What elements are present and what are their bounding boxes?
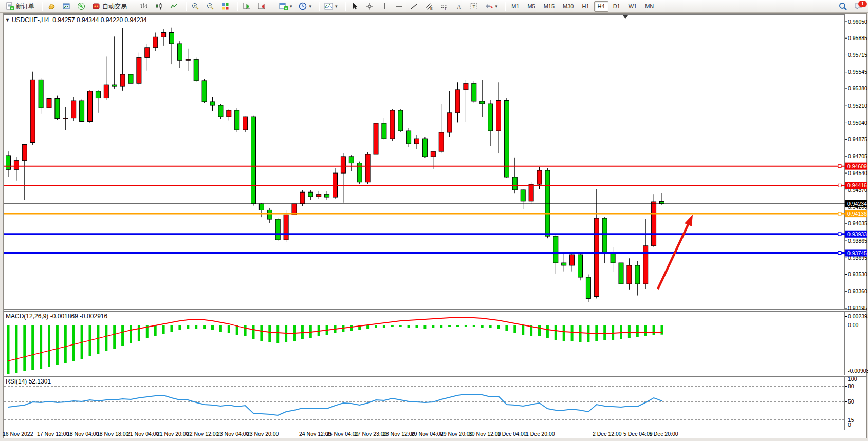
timeframe-m30[interactable]: M30 (559, 1, 577, 12)
macd-histogram-bar (154, 325, 157, 336)
candle-body (6, 156, 11, 169)
auto-scroll-button[interactable] (240, 1, 254, 12)
toolbar-separator (234, 2, 238, 11)
zoom-out-button[interactable] (204, 1, 217, 12)
search-icon (838, 4, 848, 12)
macd-histogram-bar (268, 325, 271, 342)
dropdown-arrow-icon[interactable]: ▾ (309, 4, 312, 9)
dropdown-arrow-icon[interactable]: ▾ (495, 4, 498, 9)
timeframe-m1[interactable]: M1 (508, 1, 523, 12)
timeframe-d1[interactable]: D1 (610, 1, 624, 12)
macd-histogram-bar (579, 325, 582, 342)
periods-button[interactable]: ▾ (296, 1, 315, 12)
candle-body (275, 219, 280, 240)
line-chart-button[interactable] (167, 1, 181, 12)
macd-histogram-bar (620, 325, 622, 339)
macd-histogram-bar (228, 325, 230, 333)
shapes-button[interactable]: ▾ (482, 1, 501, 12)
shapes-icon (485, 2, 493, 10)
macd-axis-label: -0.009037 (848, 368, 868, 374)
text-label-button[interactable]: T (467, 1, 481, 12)
time-axis-label: 22 Nov 12:00 (187, 431, 219, 437)
channel-button[interactable]: E (422, 1, 436, 12)
candle-body (39, 80, 43, 108)
cursor-button[interactable] (348, 1, 362, 12)
time-axis-label: 18 Nov 18:00 (97, 431, 129, 437)
notification-badge: 1 (858, 1, 867, 7)
fibonacci-button[interactable]: F (437, 1, 451, 12)
candle-body (480, 101, 485, 104)
search-button[interactable] (838, 2, 849, 12)
autotrade-button[interactable]: 自动交易 (89, 1, 130, 12)
symbol-dropdown-icon[interactable]: ▼ (5, 17, 10, 23)
timeframe-mn[interactable]: MN (641, 1, 657, 12)
candle-body (537, 170, 542, 184)
crosshair-button[interactable] (363, 1, 377, 12)
candle-body (464, 83, 468, 90)
time-axis-label: 29 Nov 04:00 (411, 431, 444, 437)
candle (218, 104, 223, 119)
macd-histogram-bar (64, 325, 67, 363)
level-end-handle[interactable] (838, 233, 841, 236)
new-order-button[interactable]: 新订单 (3, 1, 37, 12)
text-button[interactable]: A (452, 1, 466, 12)
candle-chart-button[interactable] (152, 1, 166, 12)
timeframe-h4[interactable]: H4 (594, 1, 608, 12)
price-badge-label: 0.94416 (847, 182, 867, 188)
candle (365, 152, 370, 184)
rsi-value: 52.1301 (29, 378, 51, 385)
candle (194, 57, 198, 82)
candle (251, 116, 256, 206)
candle-body (545, 170, 550, 236)
candle (578, 253, 583, 281)
toolbar-separator (39, 2, 43, 11)
indicators-button[interactable]: ▾ (322, 1, 340, 12)
candle (545, 168, 550, 238)
candle (80, 99, 84, 122)
vertical-line-button[interactable] (378, 1, 392, 12)
gold-icon (47, 2, 56, 10)
candle-body (14, 161, 19, 170)
timeframe-h1[interactable]: H1 (579, 1, 593, 12)
price-axis-label: 0.95885 (848, 35, 867, 41)
chart-shift-button[interactable] (255, 1, 269, 12)
candle-body (422, 139, 427, 157)
text-label-icon: T (470, 2, 478, 10)
timeframe-m5[interactable]: M5 (524, 1, 539, 12)
zoom-in-button[interactable] (189, 1, 202, 12)
vline-icon (380, 2, 389, 10)
candle (422, 137, 427, 158)
bar-chart-button[interactable] (137, 1, 151, 12)
signals-button[interactable] (75, 1, 88, 12)
trendline-button[interactable] (408, 1, 421, 12)
timeframe-w1[interactable]: W1 (625, 1, 641, 12)
candle-body (325, 194, 329, 197)
candle (88, 90, 93, 123)
toolbar-separator (132, 2, 135, 11)
market-window-button[interactable] (60, 1, 73, 12)
level-end-handle[interactable] (838, 212, 841, 215)
horizontal-line-button[interactable] (393, 1, 407, 12)
candle (357, 162, 362, 184)
autotrade-icon (92, 2, 101, 10)
macd-histogram-bar (23, 325, 26, 371)
level-end-handle[interactable] (838, 165, 841, 168)
timeframe-m15[interactable]: M15 (540, 1, 558, 12)
rsi-name: RSI(14) (6, 378, 27, 385)
toolbar-separator (502, 2, 506, 11)
symbol-title: USDCHF-,H4 (12, 16, 49, 24)
dropdown-arrow-icon[interactable]: ▾ (335, 4, 338, 9)
bars-icon (140, 2, 149, 10)
chart-symbol-label[interactable]: ▼USDCHF-,H4 0.94257 0.94344 0.94220 0.94… (5, 16, 147, 24)
chat-button[interactable]: 1 (854, 2, 865, 12)
level-end-handle[interactable] (838, 252, 841, 255)
macd-histogram-bar (465, 325, 467, 327)
tile-windows-button[interactable] (218, 1, 232, 12)
candle (71, 97, 76, 121)
level-end-handle[interactable] (838, 184, 841, 187)
price-axis-label: 0.93865 (848, 238, 867, 244)
new-chart-button[interactable]: ▾ (276, 1, 295, 12)
rsi-axis-label: 50 (848, 398, 854, 405)
dropdown-arrow-icon[interactable]: ▾ (290, 4, 292, 9)
gold-button[interactable] (45, 1, 59, 12)
